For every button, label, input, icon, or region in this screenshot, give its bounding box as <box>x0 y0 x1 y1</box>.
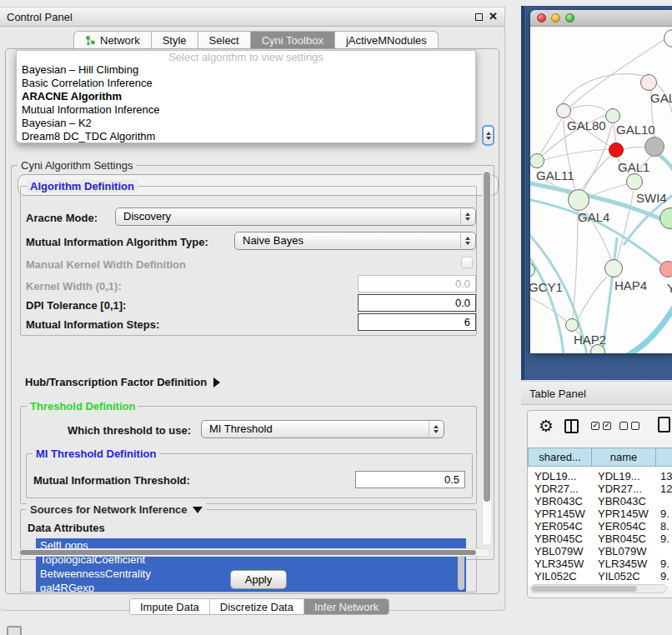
control-panel-titlebar[interactable]: Control Panel ✕ <box>0 8 504 27</box>
manual-kernel-label: Manual Kernel Width Definition <box>26 258 186 271</box>
tab-cyni-toolbox[interactable]: Cyni Toolbox <box>250 31 335 49</box>
node-label: HAP2 <box>574 332 606 347</box>
dropdown-item[interactable]: Basic Correlation Inference <box>17 77 475 90</box>
which-threshold-combo[interactable]: MI Threshold <box>201 420 444 438</box>
tab-network-label: Network <box>100 32 140 49</box>
dropdown-item[interactable]: Mutual Information Inference <box>17 103 475 117</box>
combo-spinner-icon <box>460 233 474 248</box>
node-gal-partial[interactable] <box>640 74 657 91</box>
node-gray[interactable] <box>644 137 664 157</box>
gear-icon[interactable]: ⚙ <box>539 417 554 435</box>
float-window-icon[interactable] <box>475 13 483 21</box>
tab-discretize-data[interactable]: Discretize Data <box>210 599 304 615</box>
network-canvas[interactable]: GAL GAL80 GAL10 GAL1 GAL11 SWI4 GAL4 GCY… <box>530 27 672 353</box>
node-label: GAL1 <box>618 160 649 174</box>
mac-zoom-button[interactable] <box>565 13 574 22</box>
mi-steps-input[interactable] <box>358 313 476 331</box>
threshold-definition-group: Threshold Definition Which threshold to … <box>20 406 477 504</box>
column-layout-icon[interactable] <box>564 419 579 433</box>
dpi-tolerance-input[interactable] <box>358 294 476 312</box>
column-header-partial[interactable] <box>655 448 672 467</box>
algorithm-combo-arrow-focused[interactable] <box>482 125 494 146</box>
aracne-mode-combo[interactable]: Discovery <box>115 208 476 226</box>
node-gal10[interactable] <box>605 108 620 123</box>
node-red-selected[interactable] <box>609 142 624 158</box>
node-gal4[interactable] <box>568 189 589 211</box>
mac-close-button[interactable] <box>537 13 546 22</box>
control-panel-window: Control Panel ✕ Network Style Select Cyn… <box>0 7 505 611</box>
settings-group-title: Cyni Algorithm Settings <box>18 159 136 172</box>
node-hap2[interactable] <box>565 318 579 332</box>
node-salmon[interactable] <box>659 261 672 278</box>
cyni-toolbox-pane: Select algorithm to view settings Bayesi… <box>5 48 499 594</box>
mi-threshold-input[interactable] <box>355 471 465 488</box>
table-horizontal-scrollbar-thumb[interactable] <box>532 586 637 592</box>
application-root: Control Panel ✕ Network Style Select Cyn… <box>0 0 672 635</box>
dropdown-item[interactable]: Dream8 DC_TDC Algorithm <box>17 130 475 143</box>
kernel-width-input[interactable] <box>358 275 476 292</box>
network-window-titlebar[interactable] <box>530 10 672 27</box>
control-panel-title: Control Panel <box>7 11 73 23</box>
aracne-mode-label: Aracne Mode: <box>26 212 98 224</box>
select-all-checkbox-icon[interactable]: ✓ <box>603 422 611 430</box>
deselect-all-checkbox-icon[interactable] <box>619 422 628 430</box>
algorithm-dropdown-placeholder: Select algorithm to view settings <box>17 51 475 63</box>
table-panel: ⚙ ✓ ✓ shared... name YDL19... YDL19... 1… <box>527 410 672 598</box>
tab-style[interactable]: Style <box>151 31 198 49</box>
hub-definition-expander[interactable]: Hub/Transcription Factor Definition <box>25 376 220 388</box>
node-label: SWI4 <box>636 191 667 205</box>
close-window-icon[interactable]: ✕ <box>489 10 498 22</box>
settings-vertical-scrollbar-thumb[interactable] <box>484 172 490 502</box>
tab-infer-network[interactable]: Infer Network <box>304 599 389 615</box>
dropdown-item[interactable]: Bayesian – K2 <box>17 117 475 130</box>
table-horizontal-scrollbar[interactable] <box>530 584 667 593</box>
network-icon <box>85 35 96 46</box>
node-label: GAL4 <box>578 210 609 224</box>
node-hap4[interactable] <box>604 259 623 278</box>
cytoscape-desktop: GAL GAL80 GAL10 GAL1 GAL11 SWI4 GAL4 GCY… <box>521 6 672 380</box>
dropdown-item-selected[interactable]: ARACNE Algorithm <box>17 90 475 103</box>
mi-threshold-group: MI Threshold Definition Mutual Informati… <box>26 453 473 498</box>
column-header-shared-name[interactable]: shared... <box>528 448 592 467</box>
mi-threshold-label: Mutual Information Threshold: <box>33 474 190 487</box>
node-gal80[interactable] <box>556 103 571 118</box>
apply-button[interactable]: Apply <box>230 570 287 589</box>
combo-spinner-icon <box>460 209 474 224</box>
manual-kernel-checkbox[interactable] <box>461 257 473 268</box>
settings-vertical-scrollbar[interactable] <box>482 169 492 546</box>
tab-jactivemnodules[interactable]: jActiveMNodules <box>334 31 439 49</box>
node-label: GAL80 <box>567 118 606 132</box>
column-header-name[interactable]: name <box>591 448 656 467</box>
tab-select[interactable]: Select <box>198 31 251 49</box>
network-view-window[interactable]: GAL GAL80 GAL10 GAL1 GAL11 SWI4 GAL4 GCY… <box>530 10 672 353</box>
node-label: GAL11 <box>536 168 574 182</box>
algorithm-dropdown-popup: Select algorithm to view settings Bayesi… <box>16 50 476 143</box>
sources-group-title[interactable]: Sources for Network Inference <box>27 503 206 516</box>
control-panel-tabbar: Network Style Select Cyni Toolbox jActiv… <box>73 31 438 49</box>
tab-network[interactable]: Network <box>73 31 152 49</box>
mac-minimize-button[interactable] <box>551 13 560 22</box>
node-label: GAL <box>650 91 672 105</box>
node-label: HAP4 <box>614 278 647 292</box>
dropdown-item[interactable]: Bayesian – Hill Climbing <box>17 63 475 77</box>
export-table-icon[interactable] <box>658 417 670 432</box>
select-all-checkbox-icon[interactable]: ✓ <box>591 422 599 430</box>
node-gal1[interactable] <box>626 173 643 190</box>
collapsed-panel-icon[interactable] <box>7 626 22 635</box>
expand-arrow-icon <box>213 378 220 388</box>
table-panel-titlebar[interactable]: Table Panel <box>521 381 672 405</box>
collapse-arrow-icon <box>193 507 203 513</box>
kernel-width-label: Kernel Width (0,1): <box>26 280 122 292</box>
tab-impute-data[interactable]: Impute Data <box>130 599 210 615</box>
algorithm-definition-title: Algorithm Definition <box>27 180 138 192</box>
mi-steps-label: Mutual Information Steps: <box>26 318 159 331</box>
node-label: GCY1 <box>530 280 563 294</box>
settings-horizontal-scrollbar-thumb[interactable] <box>20 550 476 555</box>
node-label: Y <box>667 281 672 295</box>
combo-spinner-icon <box>429 422 443 437</box>
data-attributes-label: Data Attributes <box>28 522 105 534</box>
mi-type-combo[interactable]: Naive Bayes <box>234 232 476 250</box>
deselect-all-checkbox-icon[interactable] <box>631 422 639 430</box>
settings-horizontal-scrollbar[interactable] <box>18 548 490 557</box>
node-label: GAL10 <box>616 122 655 137</box>
